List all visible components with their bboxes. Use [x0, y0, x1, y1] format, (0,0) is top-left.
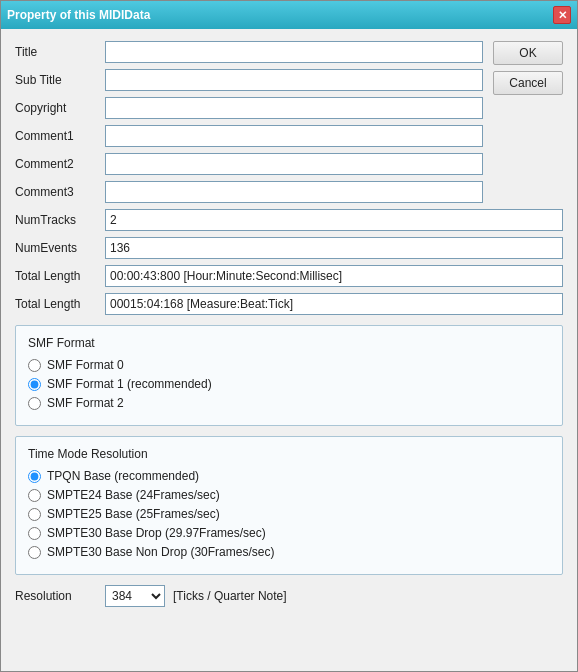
smpte30drop-row[interactable]: SMPTE30 Base Drop (29.97Frames/sec)	[28, 526, 550, 540]
smf-format-0-radio[interactable]	[28, 359, 41, 372]
smf-format-2-row[interactable]: SMF Format 2	[28, 396, 550, 410]
title-bar: Property of this MIDIData ✕	[1, 1, 577, 29]
copyright-row: Copyright	[15, 97, 483, 119]
content-area: Title Sub Title Copyright Comment1	[1, 29, 577, 671]
cancel-button[interactable]: Cancel	[493, 71, 563, 95]
resolution-label: Resolution	[15, 589, 105, 603]
smpte25-label: SMPTE25 Base (25Frames/sec)	[47, 507, 220, 521]
smf-format-0-label: SMF Format 0	[47, 358, 124, 372]
smf-format-0-row[interactable]: SMF Format 0	[28, 358, 550, 372]
title-row: Title	[15, 41, 483, 63]
resolution-select[interactable]: 96 120 192 240 384 480 960	[105, 585, 165, 607]
numtracks-value: 2	[105, 209, 563, 231]
numtracks-row: NumTracks 2	[15, 209, 563, 231]
numevents-row: NumEvents 136	[15, 237, 563, 259]
main-window: Property of this MIDIData ✕ Title Sub Ti…	[0, 0, 578, 672]
smpte30drop-label: SMPTE30 Base Drop (29.97Frames/sec)	[47, 526, 266, 540]
tpqn-row[interactable]: TPQN Base (recommended)	[28, 469, 550, 483]
time-mode-title: Time Mode Resolution	[28, 447, 550, 461]
comment2-row: Comment2	[15, 153, 483, 175]
totallength2-row: Total Length 00015:04:168 [Measure:Beat:…	[15, 293, 563, 315]
subtitle-input[interactable]	[105, 69, 483, 91]
smf-format-1-label: SMF Format 1 (recommended)	[47, 377, 212, 391]
tpqn-label: TPQN Base (recommended)	[47, 469, 199, 483]
tpqn-radio[interactable]	[28, 470, 41, 483]
comment1-input[interactable]	[105, 125, 483, 147]
smpte30nondrop-label: SMPTE30 Base Non Drop (30Frames/sec)	[47, 545, 274, 559]
copyright-input[interactable]	[105, 97, 483, 119]
smpte24-label: SMPTE24 Base (24Frames/sec)	[47, 488, 220, 502]
comment3-label: Comment3	[15, 185, 105, 199]
smpte30nondrop-row[interactable]: SMPTE30 Base Non Drop (30Frames/sec)	[28, 545, 550, 559]
comment1-row: Comment1	[15, 125, 483, 147]
comment3-row: Comment3	[15, 181, 483, 203]
resolution-unit: [Ticks / Quarter Note]	[173, 589, 287, 603]
totallength2-label: Total Length	[15, 297, 105, 311]
title-label: Title	[15, 45, 105, 59]
time-mode-section: Time Mode Resolution TPQN Base (recommen…	[15, 436, 563, 575]
smpte30drop-radio[interactable]	[28, 527, 41, 540]
subtitle-label: Sub Title	[15, 73, 105, 87]
numevents-value: 136	[105, 237, 563, 259]
smpte24-radio[interactable]	[28, 489, 41, 502]
title-input[interactable]	[105, 41, 483, 63]
copyright-label: Copyright	[15, 101, 105, 115]
resolution-row: Resolution 96 120 192 240 384 480 960 [T…	[15, 585, 563, 607]
comment1-label: Comment1	[15, 129, 105, 143]
smpte25-row[interactable]: SMPTE25 Base (25Frames/sec)	[28, 507, 550, 521]
window-title: Property of this MIDIData	[7, 8, 150, 22]
smpte24-row[interactable]: SMPTE24 Base (24Frames/sec)	[28, 488, 550, 502]
smf-format-title: SMF Format	[28, 336, 550, 350]
smf-format-section: SMF Format SMF Format 0 SMF Format 1 (re…	[15, 325, 563, 426]
comment3-input[interactable]	[105, 181, 483, 203]
close-button[interactable]: ✕	[553, 6, 571, 24]
totallength1-label: Total Length	[15, 269, 105, 283]
numevents-label: NumEvents	[15, 241, 105, 255]
comment2-label: Comment2	[15, 157, 105, 171]
totallength1-value: 00:00:43:800 [Hour:Minute:Second:Millise…	[105, 265, 563, 287]
totallength2-value: 00015:04:168 [Measure:Beat:Tick]	[105, 293, 563, 315]
smf-format-2-radio[interactable]	[28, 397, 41, 410]
smf-format-2-label: SMF Format 2	[47, 396, 124, 410]
smf-format-1-row[interactable]: SMF Format 1 (recommended)	[28, 377, 550, 391]
totallength1-row: Total Length 00:00:43:800 [Hour:Minute:S…	[15, 265, 563, 287]
button-area: OK Cancel	[493, 41, 563, 95]
smf-format-1-radio[interactable]	[28, 378, 41, 391]
comment2-input[interactable]	[105, 153, 483, 175]
top-form: Title Sub Title Copyright Comment1	[15, 41, 483, 209]
smpte25-radio[interactable]	[28, 508, 41, 521]
ok-button[interactable]: OK	[493, 41, 563, 65]
numtracks-label: NumTracks	[15, 213, 105, 227]
top-area: Title Sub Title Copyright Comment1	[15, 41, 563, 209]
subtitle-row: Sub Title	[15, 69, 483, 91]
smpte30nondrop-radio[interactable]	[28, 546, 41, 559]
